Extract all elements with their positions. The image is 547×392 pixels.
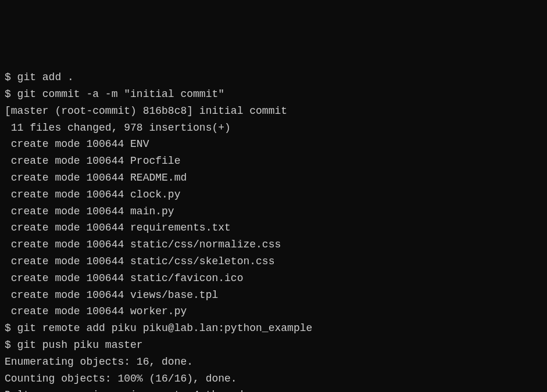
terminal-line: Enumerating objects: 16, done. — [5, 354, 542, 371]
terminal-window[interactable]: $ git add .$ git commit -a -m "initial c… — [5, 69, 542, 392]
terminal-line: create mode 100644 clock.py — [5, 186, 542, 203]
terminal-line: create mode 100644 README.md — [5, 170, 542, 186]
terminal-line: Delta compression using up to 4 threads — [5, 387, 542, 392]
terminal-line: create mode 100644 views/base.tpl — [5, 287, 542, 304]
terminal-line: $ git add . — [5, 69, 542, 86]
terminal-line: $ git push piku master — [5, 337, 542, 354]
terminal-line: create mode 100644 Procfile — [5, 153, 542, 170]
terminal-line: $ git remote add piku piku@lab.lan:pytho… — [5, 320, 542, 337]
terminal-line: create mode 100644 static/css/skeleton.c… — [5, 253, 542, 270]
terminal-line: create mode 100644 worker.py — [5, 303, 542, 320]
terminal-line: create mode 100644 requirements.txt — [5, 220, 542, 236]
terminal-line: create mode 100644 static/favicon.ico — [5, 270, 542, 287]
terminal-line: create mode 100644 main.py — [5, 203, 542, 220]
terminal-line: create mode 100644 ENV — [5, 136, 542, 153]
terminal-line: create mode 100644 static/css/normalize.… — [5, 236, 542, 253]
terminal-line: Counting objects: 100% (16/16), done. — [5, 371, 542, 387]
terminal-line: 11 files changed, 978 insertions(+) — [5, 120, 542, 136]
terminal-line: [master (root-commit) 816b8c8] initial c… — [5, 103, 542, 120]
terminal-line: $ git commit -a -m "initial commit" — [5, 86, 542, 103]
